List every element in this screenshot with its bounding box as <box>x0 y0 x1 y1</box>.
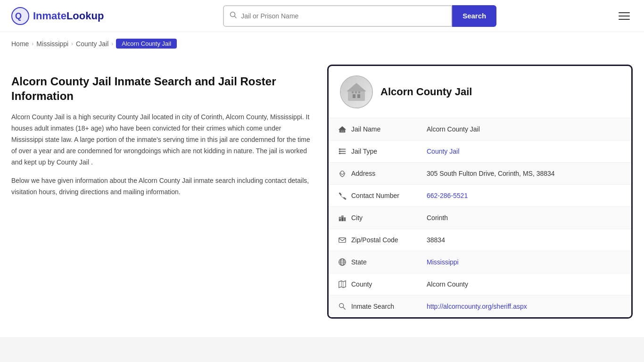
row-value[interactable]: Mississippi <box>427 258 459 266</box>
row-icon <box>338 214 351 222</box>
logo-area[interactable]: Q InmateLookup <box>11 7 104 25</box>
table-row: Inmate Searchhttp://alcorncounty.org/she… <box>329 296 631 317</box>
breadcrumb-home[interactable]: Home <box>11 40 29 48</box>
row-label: Zip/Postal Code <box>351 236 427 244</box>
row-label: County <box>351 280 427 288</box>
row-value: Corinth <box>427 214 448 222</box>
row-icon <box>338 147 351 156</box>
row-icon <box>338 191 351 200</box>
svg-rect-13 <box>341 131 342 132</box>
page-heading: Alcorn County Jail Inmate Search and Jai… <box>11 74 313 103</box>
description-paragraph-1: Alcorn County Jail is a high security Co… <box>11 112 313 168</box>
svg-line-3 <box>235 16 237 18</box>
jail-avatar <box>340 75 373 108</box>
row-link[interactable]: http://alcorncounty.org/sheriff.aspx <box>427 303 527 310</box>
table-row: CityCorinth <box>329 207 631 229</box>
row-value: Alcorn County Jail <box>427 125 480 133</box>
table-row: Zip/Postal Code38834 <box>329 229 631 251</box>
hamburger-line-3 <box>619 19 630 20</box>
table-row: StateMississippi <box>329 251 631 273</box>
svg-rect-27 <box>342 216 342 217</box>
svg-text:Q: Q <box>15 11 22 21</box>
description-paragraph-2: Below we have given information about th… <box>11 175 313 198</box>
row-value: 38834 <box>427 236 445 244</box>
jail-avatar-image <box>341 76 372 107</box>
hamburger-line-1 <box>619 12 630 13</box>
row-label: Jail Type <box>351 148 427 155</box>
svg-point-18 <box>339 148 341 150</box>
breadcrumb-sep-3: › <box>111 41 113 47</box>
breadcrumb-mississippi[interactable]: Mississippi <box>36 40 68 48</box>
svg-point-19 <box>339 150 341 152</box>
breadcrumb-sep-1: › <box>32 41 33 47</box>
table-row: Jail NameAlcorn County Jail <box>329 118 631 140</box>
row-icon <box>338 125 351 133</box>
svg-marker-12 <box>339 126 346 130</box>
footer-bar <box>0 337 644 362</box>
search-area: Search <box>223 5 496 27</box>
svg-rect-24 <box>344 217 346 221</box>
main-content: Alcorn County Jail Inmate Search and Jai… <box>0 55 644 328</box>
row-link[interactable]: County Jail <box>427 148 459 155</box>
table-row: Address305 South Fulton Drive, Corinth, … <box>329 163 631 185</box>
svg-line-39 <box>343 307 346 310</box>
svg-point-21 <box>340 171 344 174</box>
row-icon <box>338 280 351 288</box>
breadcrumb-current: Alcorn County Jail <box>116 39 177 49</box>
row-value: Alcorn County <box>427 280 468 288</box>
breadcrumb-sep-2: › <box>71 41 73 47</box>
svg-marker-5 <box>347 83 366 91</box>
info-table: Jail NameAlcorn County JailJail TypeCoun… <box>329 118 631 317</box>
svg-rect-22 <box>339 217 341 221</box>
svg-rect-25 <box>339 218 340 218</box>
row-link[interactable]: Mississippi <box>427 258 459 266</box>
logo-text: InmateLookup <box>33 10 104 22</box>
svg-rect-23 <box>341 216 344 222</box>
logo-icon: Q <box>11 7 29 25</box>
svg-marker-35 <box>339 281 346 288</box>
row-icon <box>338 169 351 178</box>
svg-rect-26 <box>340 218 341 218</box>
svg-rect-6 <box>353 94 355 98</box>
header: Q InmateLookup Search <box>0 0 644 32</box>
row-label: Address <box>351 170 427 177</box>
svg-rect-14 <box>343 131 344 132</box>
left-panel: Alcorn County Jail Inmate Search and Jai… <box>11 65 313 215</box>
svg-rect-7 <box>357 94 360 98</box>
svg-rect-29 <box>339 238 346 243</box>
row-label: State <box>351 258 427 266</box>
card-title: Alcorn County Jail <box>380 86 472 98</box>
svg-rect-9 <box>355 91 357 93</box>
row-value[interactable]: 662-286-5521 <box>427 192 468 199</box>
svg-rect-8 <box>352 91 354 93</box>
row-label: Contact Number <box>351 192 427 199</box>
search-button[interactable]: Search <box>452 5 496 27</box>
row-link[interactable]: 662-286-5521 <box>427 192 468 199</box>
row-label: City <box>351 214 427 222</box>
breadcrumb-county-jail[interactable]: County Jail <box>76 40 108 48</box>
svg-point-20 <box>339 153 341 155</box>
row-icon <box>338 236 351 244</box>
info-card: Alcorn County Jail Jail NameAlcorn Count… <box>327 65 633 319</box>
row-label: Jail Name <box>351 125 427 133</box>
row-icon <box>338 258 351 266</box>
search-box-wrapper <box>223 5 452 27</box>
card-header: Alcorn County Jail <box>329 66 631 118</box>
search-icon <box>230 11 237 21</box>
row-value[interactable]: County Jail <box>427 148 459 155</box>
menu-button[interactable] <box>616 9 633 23</box>
row-value: 305 South Fulton Drive, Corinth, MS, 388… <box>427 170 555 177</box>
table-row: Jail TypeCounty Jail <box>329 140 631 163</box>
row-value[interactable]: http://alcorncounty.org/sheriff.aspx <box>427 303 527 310</box>
table-row: Contact Number662-286-5521 <box>329 185 631 207</box>
table-row: CountyAlcorn County <box>329 273 631 296</box>
hamburger-line-2 <box>619 16 630 16</box>
svg-rect-28 <box>343 216 343 217</box>
row-label: Inmate Search <box>351 303 427 310</box>
breadcrumb: Home › Mississippi › County Jail › Alcor… <box>0 32 644 55</box>
search-input[interactable] <box>241 12 446 20</box>
svg-rect-10 <box>358 91 360 93</box>
row-icon <box>338 302 351 311</box>
